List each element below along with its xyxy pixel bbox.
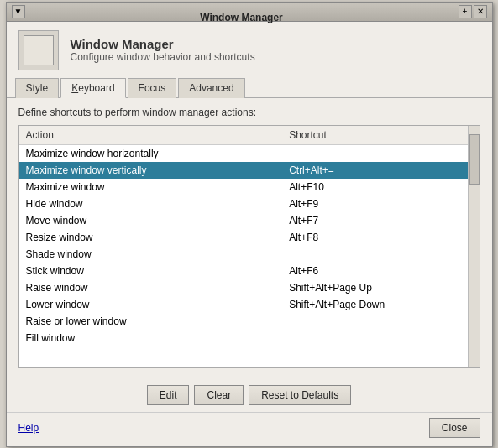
- table-row[interactable]: Fill window: [19, 330, 480, 346]
- titlebar-left: ▼: [12, 5, 25, 18]
- tab-advanced[interactable]: Advanced: [178, 78, 244, 98]
- action-buttons: Edit Clear Reset to Defaults: [7, 377, 492, 412]
- description-text: Define shortcuts to perform window manag…: [18, 107, 480, 118]
- table-row[interactable]: Resize windowAlt+F8: [19, 229, 480, 246]
- action-cell: Maximize window: [19, 179, 283, 195]
- shortcut-cell: [282, 313, 479, 330]
- table-row[interactable]: Hide windowAlt+F9: [19, 195, 480, 212]
- table-row[interactable]: Shade window: [19, 246, 480, 263]
- table-row[interactable]: Maximize window horizontally: [19, 144, 480, 162]
- shortcut-cell: Alt+F7: [282, 212, 479, 229]
- action-cell: Lower window: [19, 296, 283, 313]
- window: ▼ Window Manager + ✕ Window Manager Conf…: [6, 2, 493, 447]
- reset-button[interactable]: Reset to Defaults: [249, 385, 351, 405]
- action-cell: Maximize window vertically: [19, 162, 283, 179]
- shortcut-cell: Alt+F10: [282, 179, 479, 195]
- app-icon: [18, 30, 59, 70]
- col-shortcut-header: Shortcut: [282, 126, 479, 145]
- shortcuts-table: Action Shortcut Maximize window horizont…: [19, 126, 480, 346]
- table-header-row: Action Shortcut: [19, 126, 480, 145]
- minimize-button[interactable]: ▼: [12, 5, 25, 18]
- shortcuts-table-container[interactable]: Action Shortcut Maximize window horizont…: [18, 125, 480, 368]
- table-row[interactable]: Maximize windowAlt+F10: [19, 179, 480, 195]
- tab-keyboard-label: Keyboard: [71, 82, 114, 94]
- close-window-button[interactable]: ✕: [474, 5, 487, 18]
- tab-focus-label: Focus: [139, 82, 166, 94]
- action-cell: Shade window: [19, 246, 283, 263]
- shortcut-cell: Shift+Alt+Page Up: [282, 279, 479, 296]
- titlebar: ▼ Window Manager + ✕: [7, 3, 492, 22]
- action-cell: Raise window: [19, 279, 283, 296]
- table-body: Maximize window horizontallyMaximize win…: [19, 144, 480, 346]
- table-row[interactable]: Raise windowShift+Alt+Page Up: [19, 279, 480, 296]
- scrollbar-thumb[interactable]: [469, 134, 480, 185]
- app-subtitle: Configure window behavior and shortcuts: [71, 51, 255, 63]
- shortcut-cell: [282, 246, 479, 263]
- action-cell: Raise or lower window: [19, 313, 283, 330]
- help-button[interactable]: Help: [18, 422, 39, 434]
- shortcut-cell: Ctrl+Alt+=: [282, 162, 479, 179]
- table-row[interactable]: Stick windowAlt+F6: [19, 263, 480, 279]
- header-text: Window Manager Configure window behavior…: [71, 37, 255, 63]
- titlebar-right: + ✕: [459, 5, 487, 18]
- action-cell: Fill window: [19, 330, 283, 346]
- close-button[interactable]: Close: [429, 418, 480, 438]
- table-row[interactable]: Raise or lower window: [19, 313, 480, 330]
- maximize-button[interactable]: +: [459, 5, 472, 18]
- shortcut-cell: [282, 330, 479, 346]
- app-icon-inner: [24, 35, 54, 65]
- action-cell: Maximize window horizontally: [19, 144, 283, 162]
- action-cell: Stick window: [19, 263, 283, 279]
- action-cell: Move window: [19, 212, 283, 229]
- shortcut-cell: Alt+F9: [282, 195, 479, 212]
- table-row[interactable]: Lower windowShift+Alt+Page Down: [19, 296, 480, 313]
- table-row[interactable]: Move windowAlt+F7: [19, 212, 480, 229]
- header-area: Window Manager Configure window behavior…: [7, 22, 492, 77]
- clear-button[interactable]: Clear: [194, 385, 244, 405]
- action-cell: Hide window: [19, 195, 283, 212]
- table-row[interactable]: Maximize window verticallyCtrl+Alt+=: [19, 162, 480, 179]
- app-title: Window Manager: [71, 37, 255, 51]
- edit-button[interactable]: Edit: [147, 385, 190, 405]
- footer: Help Close: [7, 412, 492, 446]
- shortcut-cell: Shift+Alt+Page Down: [282, 296, 479, 313]
- tab-style-label: Style: [26, 82, 49, 94]
- shortcut-cell: Alt+F6: [282, 263, 479, 279]
- action-cell: Resize window: [19, 229, 283, 246]
- content-area: Define shortcuts to perform window manag…: [7, 98, 492, 377]
- tab-style[interactable]: Style: [15, 78, 60, 98]
- col-action-header: Action: [19, 126, 283, 145]
- shortcut-cell: [282, 144, 479, 162]
- scrollbar-track[interactable]: [468, 126, 480, 367]
- tab-keyboard[interactable]: Keyboard: [60, 78, 125, 98]
- shortcut-cell: Alt+F8: [282, 229, 479, 246]
- tab-advanced-label: Advanced: [189, 82, 233, 94]
- tab-focus[interactable]: Focus: [128, 78, 177, 98]
- tab-bar: Style Keyboard Focus Advanced: [7, 77, 492, 98]
